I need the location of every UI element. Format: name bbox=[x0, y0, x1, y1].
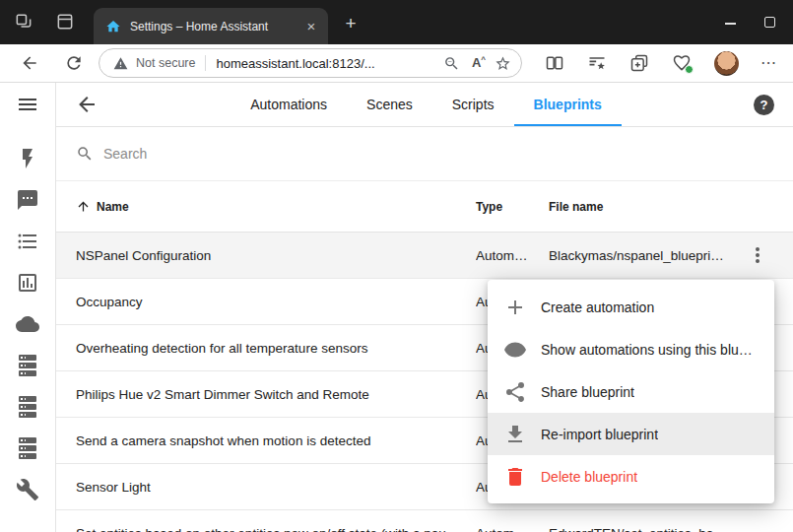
row-overflow-icon[interactable] bbox=[746, 243, 769, 267]
ha-sidebar bbox=[0, 83, 56, 532]
favorites-icon[interactable] bbox=[587, 53, 607, 73]
tab-actions-icon[interactable] bbox=[55, 12, 75, 32]
row-name: NSPanel Configuration bbox=[76, 248, 476, 263]
new-tab-button[interactable]: + bbox=[339, 12, 363, 35]
row-name: Overheating detection for all temperatur… bbox=[76, 341, 476, 356]
url-text: homeassistant.local:8123/... bbox=[216, 56, 433, 71]
history-icon[interactable] bbox=[16, 271, 39, 295]
tab-blueprints[interactable]: Blueprints bbox=[514, 83, 622, 126]
row-type: Autom… bbox=[476, 248, 549, 263]
browser-window: Settings – Home Assistant × + Not secure… bbox=[0, 0, 793, 532]
ha-header: Automations Scenes Scripts Blueprints ? bbox=[56, 83, 793, 127]
row-name: Set entities based on other entities new… bbox=[76, 526, 476, 532]
address-divider bbox=[205, 55, 206, 71]
browser-essentials-icon[interactable] bbox=[672, 53, 692, 73]
menu-item-share-blueprint[interactable]: Share blueprint bbox=[488, 370, 774, 413]
row-file: EdwardTEN/set_entities_bas… bbox=[549, 526, 746, 532]
zoom-icon[interactable] bbox=[443, 55, 460, 72]
not-secure-warning-icon bbox=[113, 56, 128, 71]
search-input[interactable] bbox=[103, 146, 793, 162]
menu-item-reimport-blueprint[interactable]: Re-import blueprint bbox=[488, 413, 774, 455]
row-name: Occupancy bbox=[76, 295, 476, 309]
column-name[interactable]: Name bbox=[97, 200, 129, 214]
address-bar[interactable]: Not secure homeassistant.local:8123/... … bbox=[99, 48, 522, 78]
read-aloud-icon[interactable]: A^ bbox=[472, 56, 486, 69]
table-row[interactable]: NSPanel Configuration Autom… Blackymas/n… bbox=[56, 233, 793, 279]
tab-close-button[interactable]: × bbox=[302, 18, 320, 35]
minimize-button[interactable] bbox=[725, 23, 736, 25]
maximize-button[interactable] bbox=[764, 17, 775, 28]
developer-tools-icon[interactable] bbox=[16, 478, 39, 501]
split-screen-icon[interactable] bbox=[545, 53, 564, 73]
browser-titlebar: Settings – Home Assistant × + bbox=[0, 0, 793, 44]
table-header: Name Type File name bbox=[56, 181, 793, 233]
row-name: Send a camera snapshot when motion is de… bbox=[76, 433, 476, 448]
delete-icon bbox=[503, 465, 527, 489]
download-icon bbox=[503, 423, 527, 446]
context-menu: Create automation Show automations using… bbox=[488, 280, 774, 503]
column-file[interactable]: File name bbox=[549, 200, 746, 214]
ha-tab-bar: Automations Scenes Scripts Blueprints bbox=[99, 83, 754, 126]
menu-item-delete-blueprint[interactable]: Delete blueprint bbox=[488, 455, 774, 498]
tab-automations[interactable]: Automations bbox=[231, 83, 347, 126]
browser-toolbar: Not secure homeassistant.local:8123/... … bbox=[0, 44, 793, 83]
share-icon bbox=[503, 380, 527, 404]
table-row[interactable]: Set entities based on other entities new… bbox=[56, 510, 793, 532]
refresh-button[interactable] bbox=[64, 53, 84, 73]
row-name: Sensor Light bbox=[76, 480, 476, 495]
security-label: Not secure bbox=[136, 56, 195, 70]
menu-item-create-automation[interactable]: Create automation bbox=[488, 286, 774, 328]
row-file: Blackymas/nspanel_blueprin… bbox=[549, 248, 746, 263]
search-row bbox=[56, 127, 793, 181]
tab-scenes[interactable]: Scenes bbox=[347, 83, 432, 126]
server-icon-2[interactable] bbox=[16, 395, 39, 419]
sidebar-menu-icon[interactable] bbox=[16, 93, 39, 116]
sort-ascending-icon[interactable] bbox=[76, 199, 91, 214]
column-type[interactable]: Type bbox=[476, 200, 549, 214]
row-name: Philips Hue v2 Smart Dimmer Switch and R… bbox=[76, 387, 476, 402]
server-icon-3[interactable] bbox=[16, 436, 39, 460]
favorite-star-icon[interactable] bbox=[495, 55, 511, 72]
eye-icon bbox=[503, 338, 527, 362]
tab-scripts[interactable]: Scripts bbox=[432, 83, 514, 126]
search-icon bbox=[76, 145, 94, 163]
row-type: Autom… bbox=[476, 526, 549, 532]
tab-title: Settings – Home Assistant bbox=[130, 20, 302, 33]
energy-icon[interactable] bbox=[16, 147, 39, 170]
workspaces-icon[interactable] bbox=[14, 12, 33, 32]
help-icon[interactable]: ? bbox=[754, 95, 774, 115]
browser-tab[interactable]: Settings – Home Assistant × bbox=[94, 8, 328, 44]
server-icon-1[interactable] bbox=[16, 354, 39, 377]
browser-menu-icon[interactable]: ⋯ bbox=[760, 53, 777, 73]
essentials-status-dot bbox=[685, 65, 694, 74]
home-assistant-favicon bbox=[105, 19, 121, 34]
cloud-icon[interactable] bbox=[16, 312, 39, 336]
back-button[interactable] bbox=[20, 53, 39, 73]
plus-icon bbox=[503, 296, 527, 319]
profile-avatar[interactable] bbox=[714, 51, 739, 76]
assist-icon[interactable] bbox=[16, 188, 39, 212]
back-arrow-icon[interactable] bbox=[75, 93, 99, 116]
menu-item-show-automations[interactable]: Show automations using this blueprint bbox=[488, 328, 774, 370]
logbook-icon[interactable] bbox=[16, 230, 39, 253]
collections-icon[interactable] bbox=[629, 53, 649, 73]
